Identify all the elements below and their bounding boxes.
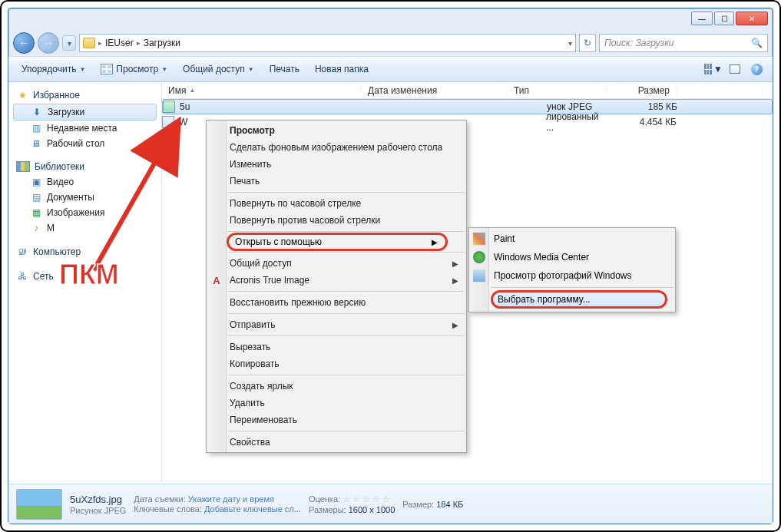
search-placeholder: Поиск: Загрузки — [604, 38, 674, 48]
nav-bar: ← → ▾ ▸ IEUser ▸ Загрузки ▾ ↻ Поиск: Заг… — [8, 30, 773, 56]
titlebar: — ☐ ✕ — [8, 8, 773, 30]
ctx-share[interactable]: Общий доступ▶ — [207, 255, 466, 272]
submenu-choose-program[interactable]: Выбрать программу... — [491, 290, 667, 309]
file-row[interactable]: 5u унок JPEG 185 КБ — [162, 99, 773, 114]
details-date-link[interactable]: Укажите дату и время — [188, 494, 274, 504]
toolbar: Упорядочить▼ Просмотр▼ Общий доступ▼ Печ… — [8, 56, 773, 82]
chevron-down-icon: ▼ — [161, 66, 167, 73]
star-icon: ★ — [16, 89, 28, 101]
submenu-arrow-icon: ▶ — [452, 259, 458, 268]
preview-icon — [101, 64, 113, 74]
share-button[interactable]: Общий доступ▼ — [176, 60, 261, 78]
download-icon: ⬇ — [31, 106, 43, 118]
sidebar-item-documents[interactable]: ▤Документы — [8, 190, 161, 205]
folder-icon — [83, 38, 95, 48]
sidebar-item-images[interactable]: ▦Изображения — [8, 205, 161, 220]
photo-viewer-icon — [473, 269, 485, 282]
details-filetype: Рисунок JPEG — [70, 506, 126, 515]
crumb-sep-icon: ▸ — [98, 39, 102, 47]
annotation-label: ПКМ — [59, 259, 119, 291]
sidebar-libraries[interactable]: Библиотеки — [8, 159, 161, 174]
view-mode-button[interactable]: ▼ — [703, 61, 723, 78]
chevron-down-icon: ▼ — [79, 66, 85, 73]
maximize-button[interactable]: ☐ — [714, 12, 734, 25]
ctx-edit[interactable]: Изменить — [207, 156, 466, 173]
print-button[interactable]: Печать — [263, 60, 306, 78]
recent-icon: ▥ — [30, 122, 42, 134]
ctx-delete[interactable]: Удалить — [207, 395, 466, 411]
ctx-print[interactable]: Печать — [207, 173, 466, 190]
breadcrumb-folder[interactable]: Загрузки — [144, 38, 180, 48]
ctx-acronis[interactable]: AAcronis True Image▶ — [207, 272, 466, 289]
organize-button[interactable]: Упорядочить▼ — [15, 60, 92, 78]
ctx-rename[interactable]: Переименовать — [207, 411, 466, 428]
sidebar-computer[interactable]: 🖳Компьютер — [8, 243, 161, 260]
ctx-properties[interactable]: Свойства — [207, 434, 466, 451]
sort-asc-icon: ▲ — [189, 87, 195, 94]
music-icon: ♪ — [30, 222, 42, 234]
address-dropdown-icon[interactable]: ▾ — [568, 39, 572, 48]
paint-icon — [473, 233, 485, 245]
image-icon: ▦ — [30, 207, 42, 219]
chevron-down-icon: ▼ — [248, 66, 254, 73]
help-icon: ? — [751, 64, 763, 75]
submenu-arrow-icon: ▶ — [452, 321, 458, 329]
file-icon — [162, 116, 174, 128]
network-icon: 🖧 — [16, 270, 28, 283]
pane-icon — [730, 64, 740, 74]
rating-stars[interactable]: ☆ ☆ ☆ ☆ ☆ — [343, 494, 390, 504]
sidebar-item-desktop[interactable]: 🖥Рабочий стол — [8, 136, 161, 151]
jpeg-icon — [163, 101, 175, 113]
ctx-preview[interactable]: Просмотр — [207, 122, 466, 139]
history-dropdown[interactable]: ▾ — [62, 35, 76, 51]
desktop-icon: 🖥 — [30, 137, 42, 150]
acronis-icon: A — [210, 274, 223, 286]
back-button[interactable]: ← — [13, 32, 35, 54]
search-icon: 🔍 — [751, 38, 763, 48]
help-button[interactable]: ? — [746, 61, 766, 78]
breadcrumb-user[interactable]: IEUser — [105, 38, 134, 48]
ctx-set-wallpaper[interactable]: Сделать фоновым изображением рабочего ст… — [207, 139, 466, 156]
ctx-open-with[interactable]: Открыть с помощью▶ — [227, 233, 448, 251]
ctx-cut[interactable]: Вырезать — [207, 339, 466, 355]
ctx-rotate-cw[interactable]: Повернуть по часовой стрелке — [207, 195, 466, 212]
column-headers[interactable]: Имя▲ Дата изменения Тип Размер — [162, 82, 773, 99]
ctx-shortcut[interactable]: Создать ярлык — [207, 378, 466, 395]
media-center-icon — [473, 251, 485, 263]
submenu-wmc[interactable]: Windows Media Center — [469, 248, 675, 266]
chevron-down-icon: ▼ — [713, 64, 723, 74]
open-with-submenu: Paint Windows Media Center Просмотр фото… — [468, 227, 676, 312]
submenu-arrow-icon: ▶ — [432, 238, 438, 246]
preview-button[interactable]: Просмотр▼ — [94, 60, 174, 78]
sidebar-item-music[interactable]: ♪М — [8, 220, 161, 236]
preview-pane-button[interactable] — [725, 61, 745, 78]
details-filename: 5uXzfds.jpg — [70, 494, 126, 505]
thumbnail — [16, 489, 62, 520]
refresh-button[interactable]: ↻ — [579, 34, 596, 52]
ctx-restore[interactable]: Восстановить прежнюю версию — [207, 294, 466, 311]
minimize-button[interactable]: — — [691, 12, 713, 25]
details-pane: 5uXzfds.jpg Рисунок JPEG Дата съемки: Ук… — [8, 484, 773, 524]
submenu-arrow-icon: ▶ — [452, 276, 458, 285]
details-tags-link[interactable]: Добавьте ключевые сл... — [204, 504, 301, 514]
search-box[interactable]: Поиск: Загрузки 🔍 — [599, 34, 768, 52]
sidebar-item-recent[interactable]: ▥Недавние места — [8, 121, 161, 136]
ctx-rotate-ccw[interactable]: Повернуть против часовой стрелки — [207, 212, 466, 229]
context-menu: Просмотр Сделать фоновым изображением ра… — [206, 120, 467, 453]
computer-icon: 🖳 — [16, 246, 28, 258]
crumb-sep-icon: ▸ — [137, 39, 141, 47]
sidebar-item-downloads[interactable]: ⬇Загрузки — [13, 104, 157, 121]
ctx-copy[interactable]: Копировать — [207, 355, 466, 372]
submenu-photo-viewer[interactable]: Просмотр фотографий Windows — [469, 266, 675, 285]
address-bar[interactable]: ▸ IEUser ▸ Загрузки ▾ — [79, 34, 576, 52]
forward-button[interactable]: → — [38, 32, 59, 54]
sidebar-favorites[interactable]: ★Избранное — [8, 87, 161, 104]
new-folder-button[interactable]: Новая папка — [308, 60, 376, 78]
library-icon — [16, 161, 30, 172]
close-button[interactable]: ✕ — [736, 12, 768, 25]
sidebar-item-video[interactable]: ▣Видео — [8, 174, 161, 190]
document-icon: ▤ — [30, 191, 42, 203]
video-icon: ▣ — [30, 176, 42, 188]
ctx-send-to[interactable]: Отправить▶ — [207, 316, 466, 333]
submenu-paint[interactable]: Paint — [469, 230, 675, 248]
